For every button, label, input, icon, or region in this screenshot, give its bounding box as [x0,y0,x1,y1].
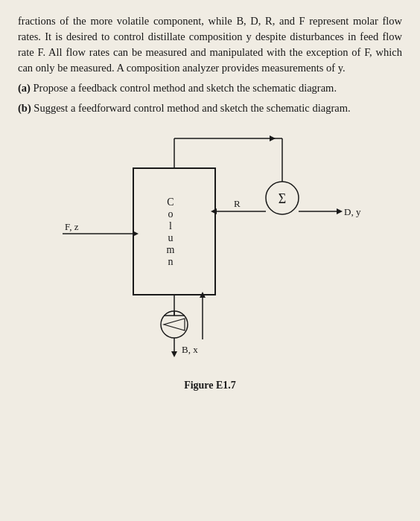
page: fractions of the more volatile component… [0,0,420,521]
diagram-area: C o l u m n F, z Σ R [18,124,402,377]
diagram-svg: C o l u m n F, z Σ R [18,124,405,362]
part-b-label: (b) [18,102,34,114]
bx-arrowhead [171,351,177,357]
intro-text: fractions of the more volatile component… [18,13,402,76]
svg-text:m: m [167,244,175,255]
fz-arrowhead [133,231,139,237]
svg-text:l: l [169,220,172,231]
r-arrowhead-left [211,208,217,214]
bottom-valve-triangle [164,319,185,330]
column-label: C [167,196,174,208]
column-rect [133,168,215,295]
part-a-content: Propose a feedback control method and sk… [34,82,337,94]
fz-label: F, z [65,221,79,232]
part-b-text: (b) Suggest a feedforward control method… [18,100,402,116]
dy-arrowhead [337,208,343,214]
part-a-block: (a) Propose a feedback control method an… [18,80,402,96]
svg-text:n: n [168,256,174,267]
sigma-symbol: Σ [279,191,286,206]
r-label: R [234,198,241,209]
bx-label: B, x [182,344,198,355]
part-a-label: (a) [18,82,34,94]
intro-paragraph: fractions of the more volatile component… [18,13,402,76]
svg-text:o: o [168,208,174,220]
figure-caption: Figure E1.7 [18,380,402,391]
part-a-text: (a) Propose a feedback control method an… [18,80,402,96]
dy-label: D, y [344,206,361,217]
svg-text:u: u [168,232,174,243]
part-b-content: Suggest a feedforward control method and… [34,102,350,114]
part-b-block: (b) Suggest a feedforward control method… [18,100,402,116]
figure-caption-text: Figure E1.7 [184,380,236,391]
